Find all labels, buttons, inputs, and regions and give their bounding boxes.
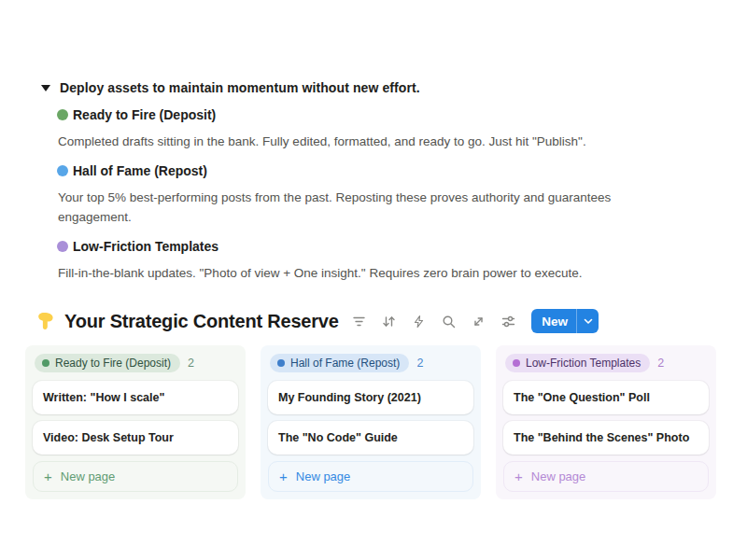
board-card[interactable]: My Founding Story (2021) bbox=[268, 381, 473, 414]
purple-status-dot-icon bbox=[513, 359, 520, 367]
toggle-heading: Deploy assets to maintain momentum witho… bbox=[60, 80, 420, 95]
new-page-label: New page bbox=[531, 469, 586, 483]
column-count: 2 bbox=[416, 357, 423, 370]
list-item-ready-to-fire: Ready to Fire (Deposit) bbox=[57, 107, 639, 122]
column-ready-to-fire: Ready to Fire (Deposit) 2 Written: "How … bbox=[25, 345, 246, 499]
plus-icon: + bbox=[279, 469, 288, 483]
card-list: The "One Question" Poll The "Behind the … bbox=[503, 381, 709, 455]
automations-lightning-icon[interactable] bbox=[408, 311, 429, 331]
chevron-down-icon[interactable] bbox=[576, 309, 599, 333]
pointing-down-hand-emoji-icon bbox=[35, 311, 56, 331]
filter-icon[interactable] bbox=[348, 311, 369, 331]
plus-icon: + bbox=[44, 469, 52, 483]
list-item-low-friction: Low-Friction Templates bbox=[57, 239, 639, 254]
board-card[interactable]: The "No Code" Guide bbox=[268, 421, 473, 455]
column-name: Ready to Fire (Deposit) bbox=[55, 357, 171, 370]
green-status-dot-icon bbox=[42, 359, 49, 367]
column-low-friction-templates: Low-Friction Templates 2 The "One Questi… bbox=[496, 345, 716, 499]
list-item-label: Hall of Fame (Repost) bbox=[73, 163, 207, 178]
column-header[interactable]: Ready to Fire (Deposit) 2 bbox=[33, 353, 238, 372]
card-list: My Founding Story (2021) The "No Code" G… bbox=[268, 381, 473, 455]
search-icon[interactable] bbox=[438, 311, 458, 331]
expand-icon[interactable] bbox=[468, 311, 488, 331]
plus-icon: + bbox=[514, 469, 523, 483]
board-title-block: Your Strategic Content Reserve bbox=[35, 311, 339, 332]
database-board-view: Your Strategic Content Reserve bbox=[25, 308, 716, 499]
board-card[interactable]: The "Behind the Scenes" Photo bbox=[503, 421, 709, 455]
view-settings-sliders-icon[interactable] bbox=[498, 311, 518, 331]
blue-bullet-dot-icon bbox=[57, 165, 68, 176]
column-count: 2 bbox=[657, 357, 664, 370]
status-badge: Hall of Fame (Repost) bbox=[270, 354, 409, 372]
list-item-description: Fill-in-the-blank updates. "Photo of vie… bbox=[58, 263, 624, 283]
notion-page: Deploy assets to maintain momentum witho… bbox=[0, 0, 747, 560]
outline-section: Deploy assets to maintain momentum witho… bbox=[41, 80, 639, 283]
list-item-hall-of-fame: Hall of Fame (Repost) bbox=[57, 163, 639, 178]
new-page-button[interactable]: + New page bbox=[268, 461, 473, 492]
purple-bullet-dot-icon bbox=[57, 241, 68, 252]
column-header[interactable]: Low-Friction Templates 2 bbox=[503, 353, 709, 372]
new-page-button[interactable]: + New page bbox=[33, 461, 238, 492]
column-count: 2 bbox=[188, 357, 194, 370]
new-button[interactable]: New bbox=[531, 309, 599, 333]
board-card[interactable]: The "One Question" Poll bbox=[503, 381, 709, 414]
list-item-label: Low-Friction Templates bbox=[73, 239, 218, 254]
status-badge: Low-Friction Templates bbox=[505, 354, 650, 372]
green-bullet-dot-icon bbox=[57, 109, 68, 120]
list-item-label: Ready to Fire (Deposit) bbox=[73, 107, 216, 122]
column-name: Hall of Fame (Repost) bbox=[290, 357, 400, 370]
new-page-label: New page bbox=[296, 469, 351, 483]
blue-status-dot-icon bbox=[277, 359, 285, 367]
toggle-triangle-icon[interactable] bbox=[41, 85, 50, 91]
board-card[interactable]: Written: "How I scale" bbox=[33, 381, 238, 414]
new-page-button[interactable]: + New page bbox=[503, 461, 709, 492]
list-item-description: Your top 5% best-performing posts from t… bbox=[58, 188, 624, 227]
list-item-description: Completed drafts sitting in the bank. Fu… bbox=[58, 132, 624, 151]
board-header: Your Strategic Content Reserve bbox=[25, 308, 716, 334]
board-card[interactable]: Video: Desk Setup Tour bbox=[33, 421, 238, 455]
card-list: Written: "How I scale" Video: Desk Setup… bbox=[33, 381, 238, 455]
sort-icon[interactable] bbox=[378, 311, 399, 331]
toggle-block: Deploy assets to maintain momentum witho… bbox=[41, 80, 639, 95]
board-toolbar: New bbox=[348, 308, 599, 334]
new-page-label: New page bbox=[61, 469, 116, 483]
new-button-label: New bbox=[531, 315, 576, 329]
column-header[interactable]: Hall of Fame (Repost) 2 bbox=[268, 353, 473, 372]
column-name: Low-Friction Templates bbox=[526, 357, 641, 370]
board-columns: Ready to Fire (Deposit) 2 Written: "How … bbox=[25, 345, 716, 499]
board-title: Your Strategic Content Reserve bbox=[64, 311, 339, 332]
status-badge: Ready to Fire (Deposit) bbox=[35, 354, 180, 372]
column-hall-of-fame: Hall of Fame (Repost) 2 My Founding Stor… bbox=[261, 345, 481, 499]
